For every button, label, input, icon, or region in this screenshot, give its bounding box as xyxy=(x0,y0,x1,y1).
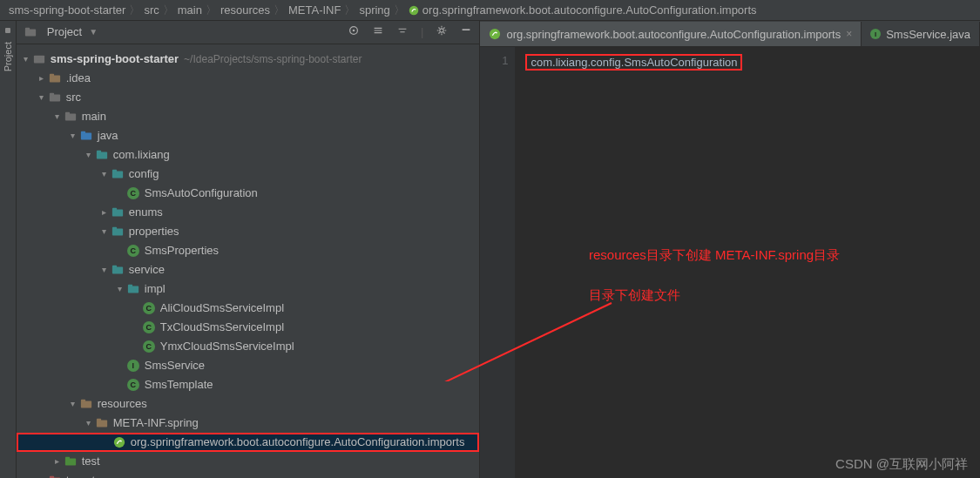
line-number: 1 xyxy=(480,54,508,67)
tree-item-properties[interactable]: properties xyxy=(17,222,480,241)
chevron-right-icon: 〉 xyxy=(394,3,405,18)
svg-rect-28 xyxy=(128,284,132,286)
tab-imports[interactable]: org.springframework.boot.autoconfigure.A… xyxy=(480,22,862,46)
collapse-all-icon[interactable] xyxy=(396,24,409,39)
crumb[interactable]: resources xyxy=(220,3,270,17)
chevron-right-icon: 〉 xyxy=(129,3,140,18)
hide-icon[interactable] xyxy=(460,24,472,39)
tree-item-config[interactable]: config xyxy=(17,165,480,184)
chevron-down-icon[interactable] xyxy=(83,150,95,159)
crumb[interactable]: META-INF xyxy=(288,3,341,17)
chevron-down-icon[interactable] xyxy=(98,169,111,178)
tree-item-service[interactable]: service xyxy=(17,260,480,279)
close-icon[interactable]: × xyxy=(846,28,852,40)
crumb[interactable]: sms-spring-boot-starter xyxy=(9,3,125,17)
tab-label: org.springframework.boot.autoconfigure.A… xyxy=(506,28,841,41)
chevron-down-icon[interactable] xyxy=(83,418,95,428)
folder-icon xyxy=(64,110,78,124)
tree-label: resources xyxy=(98,397,147,410)
project-icon xyxy=(24,25,37,39)
chevron-right-icon[interactable] xyxy=(51,456,64,466)
tree-item-main[interactable]: main xyxy=(17,107,480,126)
svg-rect-21 xyxy=(112,209,123,216)
chevron-right-icon: 〉 xyxy=(274,3,285,18)
code-line: com.lixiang.config.SmsAutoConfiguration xyxy=(525,54,742,71)
project-tool-tab[interactable]: Project xyxy=(3,38,13,75)
chevron-down-icon[interactable] xyxy=(20,54,32,64)
tree-item-java[interactable]: java xyxy=(17,126,480,145)
tree-item-enums[interactable]: enums xyxy=(17,203,480,222)
svg-rect-6 xyxy=(463,30,470,31)
tree-item-class[interactable]: C AliCloudSmsServiceImpl xyxy=(17,299,480,318)
tree-item-metainf[interactable]: META-INF.spring xyxy=(17,414,480,433)
chevron-down-icon[interactable] xyxy=(114,284,126,293)
tab-label: SmsService.java xyxy=(886,28,970,41)
folder-icon xyxy=(48,71,62,85)
tree-item-target[interactable]: target xyxy=(17,471,480,478)
crumb[interactable]: src xyxy=(144,3,159,17)
chevron-down-icon[interactable] xyxy=(51,111,64,121)
svg-rect-2 xyxy=(25,28,30,30)
svg-point-0 xyxy=(409,5,419,15)
tree-item-interface[interactable]: I SmsService xyxy=(17,356,480,375)
svg-rect-13 xyxy=(65,113,76,120)
gear-icon[interactable] xyxy=(436,24,448,39)
tree-item-src[interactable]: src xyxy=(17,88,480,107)
tree-item-idea[interactable]: .idea xyxy=(17,69,480,88)
tab-smsservice[interactable]: I SmsService.java xyxy=(862,22,980,46)
test-folder-icon xyxy=(64,454,78,468)
chevron-right-icon[interactable] xyxy=(36,73,48,83)
tree-item-resources[interactable]: resources xyxy=(17,394,480,414)
tree-item-package[interactable]: com.lixiang xyxy=(17,145,480,165)
package-icon xyxy=(111,167,125,181)
code-content[interactable]: com.lixiang.config.SmsAutoConfiguration xyxy=(515,47,980,478)
select-opened-file-icon[interactable] xyxy=(348,24,360,39)
tree-label: SmsAutoConfiguration xyxy=(145,186,258,199)
tree-label: config xyxy=(129,167,159,180)
tree-item-class[interactable]: C SmsAutoConfiguration xyxy=(17,184,480,203)
dropdown-icon[interactable]: ▼ xyxy=(89,27,98,37)
project-title[interactable]: Project xyxy=(47,25,82,38)
tree-item-test[interactable]: test xyxy=(17,452,480,471)
chevron-down-icon[interactable] xyxy=(36,92,48,102)
module-icon xyxy=(32,52,46,66)
chevron-down-icon[interactable] xyxy=(98,265,111,274)
crumb[interactable]: main xyxy=(178,3,202,17)
tree-label: java xyxy=(98,129,118,142)
svg-rect-22 xyxy=(112,207,117,210)
expand-all-icon[interactable] xyxy=(372,24,384,39)
chevron-right-icon: 〉 xyxy=(206,3,217,18)
chevron-right-icon[interactable] xyxy=(98,207,111,217)
tree-item-imports-file[interactable]: org.springframework.boot.autoconfigure.A… xyxy=(17,433,480,452)
chevron-down-icon[interactable] xyxy=(98,226,111,236)
project-tree[interactable]: sms-spring-boot-starter ~/IdeaProjects/s… xyxy=(17,44,480,478)
tree-item-class[interactable]: C TxCloudSmsServiceImpl xyxy=(17,318,480,337)
folder-icon xyxy=(95,416,109,430)
svg-rect-26 xyxy=(112,265,117,267)
svg-point-38 xyxy=(490,29,500,39)
chevron-down-icon[interactable] xyxy=(67,399,79,408)
tree-label: test xyxy=(82,454,100,468)
class-icon: C xyxy=(126,186,140,200)
tree-item-class[interactable]: C SmsProperties xyxy=(17,241,480,260)
svg-rect-24 xyxy=(112,226,117,229)
tree-item-class[interactable]: C YmxCloudSmsServiceImpl xyxy=(17,337,480,356)
tree-item-class[interactable]: C SmsTemplate xyxy=(17,375,480,394)
crumb[interactable]: spring xyxy=(359,3,389,17)
class-icon: C xyxy=(142,340,156,353)
chevron-down-icon[interactable] xyxy=(67,131,79,140)
tool-window-indicator[interactable] xyxy=(5,28,10,33)
svg-point-33 xyxy=(114,437,125,448)
tree-label: org.springframework.boot.autoconfigure.A… xyxy=(131,435,465,448)
tree-item-impl[interactable]: impl xyxy=(17,279,480,299)
spring-icon xyxy=(489,28,501,40)
crumb-file[interactable]: org.springframework.boot.autoconfigure.A… xyxy=(422,3,757,17)
tree-root[interactable]: sms-spring-boot-starter ~/IdeaProjects/s… xyxy=(17,50,480,69)
code-area[interactable]: 1 com.lixiang.config.SmsAutoConfiguratio… xyxy=(480,47,980,478)
svg-rect-30 xyxy=(81,399,85,401)
svg-rect-9 xyxy=(50,75,60,82)
interface-icon: I xyxy=(870,29,881,39)
package-icon xyxy=(111,225,125,239)
svg-point-5 xyxy=(440,29,443,32)
breadcrumb: sms-spring-boot-starter〉 src〉 main〉 reso… xyxy=(0,0,980,21)
